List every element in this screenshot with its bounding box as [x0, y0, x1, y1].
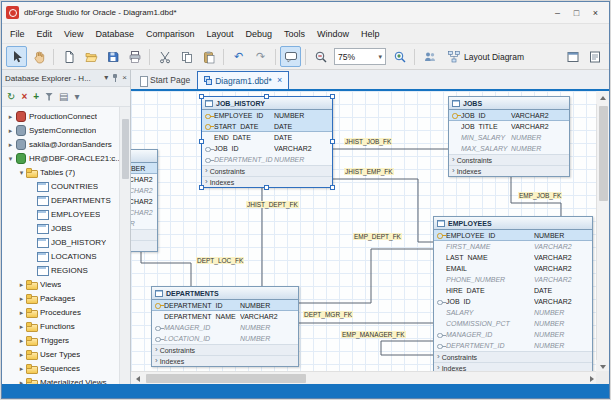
tree-item-departments[interactable]: DEPARTMENTS: [2, 193, 119, 207]
column-row[interactable]: CITYVARCHAR2: [131, 196, 157, 207]
column-row[interactable]: JOB_TITLEVARCHAR2: [449, 121, 569, 132]
menu-edit[interactable]: Edit: [31, 27, 59, 41]
paste-button[interactable]: [198, 46, 219, 67]
selection-handle[interactable]: [330, 139, 335, 144]
explorer-scrollbar[interactable]: [119, 107, 130, 384]
close-tab-icon[interactable]: ×: [277, 76, 282, 85]
column-row[interactable]: LOCATION_IDNUMBER: [131, 163, 157, 174]
section-constraints[interactable]: ›Constraints: [202, 165, 332, 176]
new-document-button[interactable]: [58, 46, 79, 67]
refresh-icon[interactable]: ↻: [7, 92, 15, 102]
column-row[interactable]: PHONE_NUMBERVARCHAR2: [434, 274, 592, 285]
filter-icon[interactable]: [45, 93, 53, 101]
column-row[interactable]: LAST_NAMEVARCHAR2: [434, 252, 592, 263]
menu-file[interactable]: File: [4, 27, 31, 41]
relations-button[interactable]: [419, 46, 440, 67]
column-row[interactable]: EMPLOYEE_IDNUMBER: [434, 230, 592, 241]
selection-handle[interactable]: [330, 185, 335, 190]
horizontal-scrollbar[interactable]: [131, 371, 598, 384]
diagram-table-locations[interactable]: LOCATIONSLOCATION_IDNUMBERSTREET_ADDRESS…: [131, 149, 158, 252]
column-row[interactable]: EMAILVARCHAR2: [434, 263, 592, 274]
tree-item-sakila-jordansanders[interactable]: ▸sakila@JordanSanders: [2, 137, 119, 151]
menu-layout[interactable]: Layout: [200, 27, 239, 41]
column-row[interactable]: LOCATION_IDNUMBER: [152, 333, 298, 344]
column-row[interactable]: HIRE_DATEDATE: [434, 285, 592, 296]
column-row[interactable]: STATE_PROVINCEVARCHAR2: [131, 207, 157, 218]
column-row[interactable]: SALARYNUMBER: [434, 307, 592, 318]
column-row[interactable]: JOB_IDVARCHAR2: [434, 296, 592, 307]
expand-arrow-icon[interactable]: ›: [452, 156, 455, 164]
copy-button[interactable]: [176, 46, 197, 67]
tree-item-systemconnection[interactable]: ▸SystemConnection: [2, 123, 119, 137]
scrollbar-thumb[interactable]: [122, 119, 129, 179]
diagram-table-departments[interactable]: DEPARTMENTSDEPARTMENT_IDNUMBERDEPARTMENT…: [151, 286, 299, 367]
column-row[interactable]: MANAGER_IDNUMBER: [152, 322, 298, 333]
tree-item-locations[interactable]: LOCATIONS: [2, 249, 119, 263]
tree-item-packages[interactable]: ▸Packages: [2, 291, 119, 305]
expand-arrow-icon[interactable]: ›: [452, 167, 455, 175]
table-header[interactable]: EMPLOYEES: [434, 217, 592, 230]
column-row[interactable]: MAX_SALARYNUMBER: [449, 143, 569, 154]
expand-arrow-icon[interactable]: ▸: [17, 281, 26, 288]
expand-arrow-icon[interactable]: ▾: [17, 169, 26, 176]
connector-emp-dept-fk[interactable]: [299, 249, 433, 303]
zoom-in-button[interactable]: [389, 46, 410, 67]
table-header[interactable]: JOBS: [449, 97, 569, 110]
tree-item-hr-dbf-oracle21-c[interactable]: ▾HR@DBF-ORACLE21:c...: [2, 151, 119, 165]
save-button[interactable]: [102, 46, 123, 67]
close-icon[interactable]: ×: [122, 74, 127, 82]
column-row[interactable]: JOB_IDVARCHAR2: [449, 110, 569, 121]
expand-arrow-icon[interactable]: ▸: [17, 309, 26, 316]
menu-help[interactable]: Help: [355, 27, 386, 41]
table-header[interactable]: LOCATIONS: [131, 150, 157, 163]
expand-arrow-icon[interactable]: ▸: [6, 141, 15, 148]
tree-item-user-types[interactable]: ▸User Types: [2, 347, 119, 361]
tree-item-procedures[interactable]: ▸Procedures: [2, 305, 119, 319]
column-row[interactable]: START_DATEDATE: [202, 121, 332, 132]
menu-comparison[interactable]: Comparison: [140, 27, 201, 41]
tree-item-sequences[interactable]: ▸Sequences: [2, 361, 119, 375]
diagram-table-employees[interactable]: EMPLOYEESEMPLOYEE_IDNUMBERFIRST_NAMEVARC…: [433, 216, 593, 374]
column-row[interactable]: COMMISSION_PCTNUMBER: [434, 318, 592, 329]
expand-arrow-icon[interactable]: ▸: [6, 127, 15, 134]
selection-handle[interactable]: [264, 185, 269, 190]
selection-handle[interactable]: [330, 94, 335, 99]
section-indexes[interactable]: ›Indexes: [449, 165, 569, 176]
selection-handle[interactable]: [199, 139, 204, 144]
column-row[interactable]: EMPLOYEE_IDNUMBER: [202, 110, 332, 121]
column-row[interactable]: FIRST_NAMEVARCHAR2: [434, 241, 592, 252]
column-row[interactable]: DEPARTMENT_IDNUMBER: [152, 300, 298, 311]
selection-handle[interactable]: [199, 185, 204, 190]
menu-tools[interactable]: Tools: [278, 27, 311, 41]
expand-arrow-icon[interactable]: ›: [205, 178, 208, 186]
scrollbar-thumb[interactable]: [146, 374, 306, 383]
pan-tool-button[interactable]: [28, 46, 49, 67]
tree-item-countries[interactable]: COUNTRIES: [2, 179, 119, 193]
expand-arrow-icon[interactable]: ›: [205, 167, 208, 175]
expand-arrow-icon[interactable]: ›: [155, 346, 158, 354]
cut-button[interactable]: [154, 46, 175, 67]
section-indexes[interactable]: ›Indexes: [152, 355, 298, 366]
expand-arrow-icon[interactable]: ›: [437, 353, 440, 361]
zoom-combobox[interactable]: 75% ▾: [334, 48, 386, 65]
delete-icon[interactable]: ×: [21, 92, 27, 102]
expand-arrow-icon[interactable]: ▸: [17, 295, 26, 302]
tree-item-jobs[interactable]: JOBS: [2, 221, 119, 235]
connector-emp-manager-fk[interactable]: [381, 341, 433, 355]
chevron-down-icon[interactable]: ▾: [104, 74, 108, 82]
new-connection-icon[interactable]: +: [33, 92, 39, 102]
column-row[interactable]: MANAGER_IDNUMBER: [434, 329, 592, 340]
table-header[interactable]: DEPARTMENTS: [152, 287, 298, 300]
column-row[interactable]: JOB_IDVARCHAR2: [202, 143, 332, 154]
section-constraints[interactable]: ›Constraints: [434, 351, 592, 362]
maximize-button[interactable]: □: [567, 5, 586, 20]
open-button[interactable]: [80, 46, 101, 67]
more-icon[interactable]: ▾: [75, 92, 80, 102]
expand-arrow-icon[interactable]: ▸: [17, 337, 26, 344]
tab-start-page[interactable]: Start Page: [133, 71, 196, 89]
section-constraints[interactable]: ›Constraints: [449, 154, 569, 165]
new-window-button[interactable]: [562, 46, 583, 67]
expand-arrow-icon[interactable]: ▸: [17, 365, 26, 372]
column-row[interactable]: DEPARTMENT_IDNUMBER: [202, 154, 332, 165]
comment-tool-button[interactable]: [280, 46, 301, 67]
